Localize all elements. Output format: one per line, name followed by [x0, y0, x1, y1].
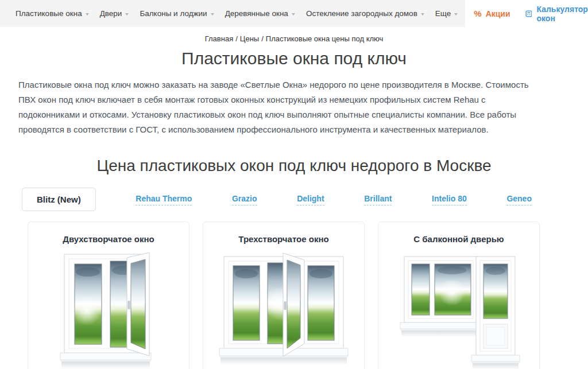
- chevron-down-icon: [454, 13, 458, 15]
- balcony-block-window-image: [378, 246, 539, 369]
- breadcrumb-current-page: Пластиковые окна цены под ключ: [266, 34, 383, 43]
- nav-item-label: Двери: [100, 9, 122, 18]
- tab-intelio-80[interactable]: Intelio 80: [432, 194, 467, 205]
- nav-item-plastic-windows[interactable]: Пластиковые окна: [16, 9, 89, 18]
- tab-geneo[interactable]: Geneo: [506, 194, 532, 205]
- page-title: Пластиковые окна под ключ: [18, 49, 570, 68]
- calculator-icon: [525, 9, 532, 18]
- promotions-link[interactable]: % Акции: [474, 9, 510, 18]
- product-card-double-window: Двухстворчатое окно: [28, 222, 189, 369]
- percent-icon: %: [474, 9, 481, 18]
- product-card-title: С балконной дверью: [378, 234, 539, 244]
- nav-item-label: Остекление загородных домов: [306, 9, 417, 18]
- breadcrumb: Главная/Цены/Пластиковые окна цены под к…: [18, 34, 570, 43]
- window-calculator-link[interactable]: Калькулятор окон: [525, 5, 588, 23]
- nav-item-wooden-windows[interactable]: Деревянные окна: [225, 9, 295, 18]
- nav-actions: % Акции Калькулятор окон: [465, 0, 588, 27]
- breadcrumb-separator: /: [235, 34, 238, 43]
- nav-item-label: Балконы и лоджии: [140, 9, 207, 18]
- nav-item-label: Пластиковые окна: [16, 9, 82, 18]
- tab-delight[interactable]: Delight: [297, 194, 324, 205]
- chevron-down-icon: [211, 13, 214, 15]
- product-card-title: Двухстворчатое окно: [28, 234, 189, 244]
- nav-item-label: Деревянные окна: [225, 9, 288, 18]
- chevron-down-icon: [421, 13, 424, 15]
- window-calculator-label: Калькулятор окон: [536, 5, 588, 23]
- product-card-triple-window: Трехстворчатое окно: [203, 222, 365, 369]
- chevron-down-icon: [292, 13, 295, 15]
- nav-item-balconies[interactable]: Балконы и лоджии: [140, 9, 214, 18]
- product-card-balcony-door: С балконной дверью: [378, 222, 540, 369]
- promotions-label: Акции: [486, 9, 510, 18]
- breadcrumb-separator: /: [261, 34, 264, 43]
- nav-item-label: Еще: [435, 9, 451, 18]
- breadcrumb-home-link[interactable]: Главная: [205, 34, 233, 43]
- product-cards: Двухстворчатое окно Трехстворчатое окн: [28, 222, 540, 369]
- chevron-down-icon: [125, 13, 129, 15]
- nav-item-doors[interactable]: Двери: [100, 9, 129, 18]
- profile-tabs: Blitz (New) Rehau Thermo Grazio Delight …: [18, 188, 535, 211]
- tab-grazio[interactable]: Grazio: [232, 194, 257, 205]
- nav-item-country-house-glazing[interactable]: Остекление загородных домов: [306, 9, 424, 18]
- double-casement-window-image: [28, 246, 189, 369]
- triple-casement-window-image: [203, 246, 364, 369]
- tab-blitz-new[interactable]: Blitz (New): [22, 188, 96, 211]
- chevron-down-icon: [86, 13, 89, 15]
- tab-rehau-thermo[interactable]: Rehau Thermo: [136, 194, 192, 205]
- nav-item-more[interactable]: Еще: [435, 9, 458, 18]
- breadcrumb-prices-link[interactable]: Цены: [240, 34, 259, 43]
- price-section-title: Цена пластиковых окон под ключ недорого …: [18, 157, 570, 175]
- intro-paragraph: Пластиковые окна под ключ можно заказать…: [18, 77, 570, 137]
- top-navigation: Пластиковые окна Двери Балконы и лоджии …: [0, 0, 588, 27]
- nav-menu: Пластиковые окна Двери Балконы и лоджии …: [0, 0, 465, 27]
- tab-brillant[interactable]: Brillant: [364, 194, 392, 205]
- product-card-title: Трехстворчатое окно: [203, 234, 364, 244]
